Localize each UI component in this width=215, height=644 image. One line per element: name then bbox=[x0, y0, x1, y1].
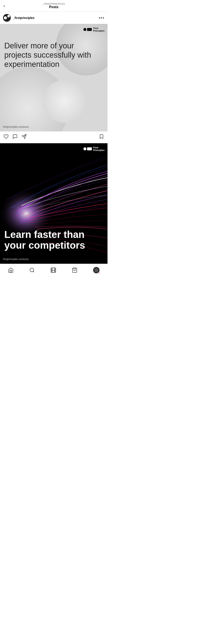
post1-website: firstprinciples.ventures bbox=[3, 126, 28, 128]
nav-title: Posts bbox=[42, 5, 65, 9]
avatar[interactable] bbox=[3, 14, 11, 22]
shop-nav-button[interactable] bbox=[71, 266, 78, 274]
logo-icon-2 bbox=[84, 147, 92, 150]
logo-dot bbox=[84, 28, 86, 31]
notification-dot bbox=[98, 272, 100, 274]
post-image-1: First Principles Deliver more of your pr… bbox=[0, 24, 108, 132]
profile-nav-button[interactable] bbox=[92, 266, 100, 274]
logo-text-principles-2: Principles bbox=[93, 149, 104, 152]
logo-rect bbox=[87, 28, 92, 31]
post2-website: firstprinciples.ventures bbox=[3, 258, 28, 261]
reels-icon bbox=[50, 267, 56, 273]
comment-button[interactable] bbox=[12, 134, 18, 140]
reels-nav-button[interactable] bbox=[50, 266, 57, 274]
post-image-2: First Principles Learn faster than your … bbox=[0, 143, 108, 264]
back-button[interactable]: ‹ bbox=[4, 3, 5, 8]
shop-icon bbox=[72, 267, 78, 273]
nav-username: _FIRSTPRINCIPLES bbox=[42, 2, 65, 5]
search-nav-button[interactable] bbox=[28, 266, 36, 274]
search-icon bbox=[29, 267, 35, 273]
post-logo-2: First Principles bbox=[84, 146, 104, 152]
save-button[interactable] bbox=[99, 134, 104, 140]
logo-icon-1 bbox=[84, 28, 92, 31]
profile-avatar-nav bbox=[93, 267, 100, 274]
logo-text-first-2: First bbox=[93, 146, 104, 149]
home-icon bbox=[8, 267, 14, 273]
logo-text-group-1: First Principles bbox=[93, 27, 104, 32]
post1-text: Deliver more of your projects successful… bbox=[4, 41, 103, 69]
profile-header: _firstprinciples ••• bbox=[0, 12, 108, 24]
top-navigation: ‹ _FIRSTPRINCIPLES Posts bbox=[0, 0, 108, 12]
home-nav-button[interactable] bbox=[7, 266, 14, 274]
more-options-button[interactable]: ••• bbox=[99, 16, 104, 20]
like-button[interactable] bbox=[4, 134, 8, 140]
action-bar bbox=[0, 132, 108, 143]
post2-text: Learn faster than your competitors bbox=[4, 229, 103, 251]
nav-title-area: _FIRSTPRINCIPLES Posts bbox=[42, 2, 65, 9]
logo-text-principles-1: Principles bbox=[93, 30, 104, 32]
action-left bbox=[4, 134, 27, 140]
profile-left: _firstprinciples bbox=[3, 14, 34, 22]
logo-text-group-2: First Principles bbox=[93, 146, 104, 152]
background-circles bbox=[0, 24, 108, 132]
profile-username[interactable]: _firstprinciples bbox=[13, 16, 34, 20]
circle-3 bbox=[43, 80, 86, 123]
bottom-navigation bbox=[0, 264, 108, 277]
logo-rect-white bbox=[87, 147, 92, 150]
logo-dot-white bbox=[84, 147, 86, 150]
share-button[interactable] bbox=[22, 134, 27, 140]
logo-text-first-1: First bbox=[93, 27, 104, 30]
svg-line-5 bbox=[33, 271, 34, 272]
svg-point-4 bbox=[30, 268, 34, 272]
post-logo-1: First Principles bbox=[84, 27, 104, 32]
